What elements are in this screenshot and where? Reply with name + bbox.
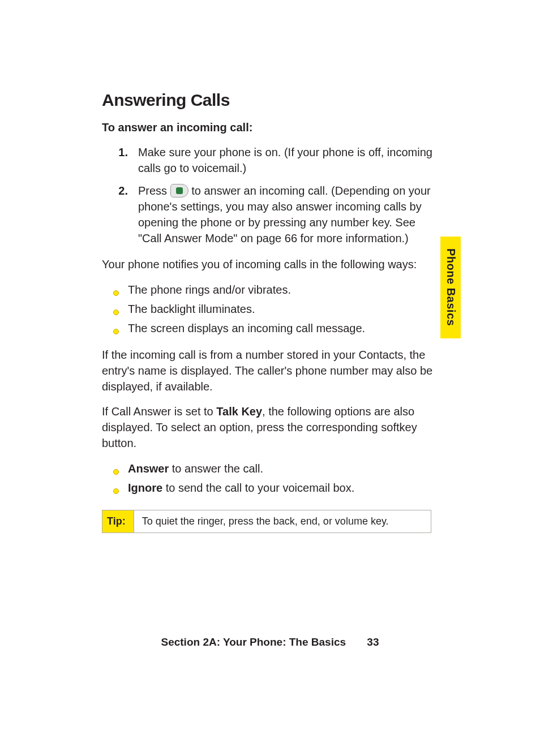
footer-section: Section 2A: Your Phone: The Basics: [161, 636, 346, 648]
step-marker: 1.: [102, 144, 128, 176]
page-heading: Answering Calls: [102, 91, 438, 110]
step-item: 2. Press to answer an incoming call. (De…: [102, 183, 438, 246]
notify-bullets: The phone rings and/or vibrates. The bac…: [102, 281, 438, 337]
side-tab: Phone Basics: [440, 237, 461, 338]
option-bold: Ignore: [128, 482, 162, 494]
bullet-text: The screen displays an incoming call mes…: [128, 320, 438, 337]
option-rest: to answer the call.: [169, 462, 263, 475]
option-rest: to send the call to your voicemail box.: [162, 482, 354, 494]
contacts-paragraph: If the incoming call is from a number st…: [102, 347, 438, 394]
footer-page-number: 33: [367, 636, 379, 648]
bullet-text: Answer to answer the call.: [128, 460, 438, 477]
list-item: Ignore to send the call to your voicemai…: [102, 479, 438, 496]
text-before: If Call Answer is set to: [102, 405, 216, 418]
option-bullets: Answer to answer the call. Ignore to sen…: [102, 460, 438, 496]
step-marker: 2.: [102, 183, 128, 246]
text-bold: Talk Key: [216, 405, 262, 418]
bullet-icon: [102, 320, 119, 337]
bullet-text: The backlight illuminates.: [128, 300, 438, 317]
side-tab-label: Phone Basics: [444, 248, 457, 326]
tip-content: To quiet the ringer, press the back, end…: [134, 510, 431, 532]
bullet-icon: [102, 460, 119, 477]
notify-intro: Your phone notifies you of incoming call…: [102, 256, 438, 272]
bullet-icon: [102, 300, 119, 317]
bullet-icon: [102, 479, 119, 496]
bullet-text: The phone rings and/or vibrates.: [128, 281, 438, 298]
instruction-subhead: To answer an incoming call:: [102, 121, 438, 134]
step-item: 1. Make sure your phone is on. (If your …: [102, 144, 438, 176]
step-prefix: Press: [138, 184, 170, 197]
step-text: Press to answer an incoming call. (Depen…: [138, 183, 438, 246]
bullet-icon: [102, 281, 119, 298]
talk-key-icon: [170, 184, 188, 197]
page-footer: Section 2A: Your Phone: The Basics 33: [0, 636, 540, 648]
list-item: The backlight illuminates.: [102, 300, 438, 317]
list-item: The screen displays an incoming call mes…: [102, 320, 438, 337]
list-item: Answer to answer the call.: [102, 460, 438, 477]
page-container: Phone Basics Answering Calls To answer a…: [0, 0, 540, 756]
option-bold: Answer: [128, 462, 169, 475]
talk-key-paragraph: If Call Answer is set to Talk Key, the f…: [102, 403, 438, 451]
list-item: The phone rings and/or vibrates.: [102, 281, 438, 298]
step-text: Make sure your phone is on. (If your pho…: [138, 144, 438, 176]
numbered-steps: 1. Make sure your phone is on. (If your …: [102, 144, 438, 246]
tip-box: Tip: To quiet the ringer, press the back…: [102, 510, 431, 533]
tip-label: Tip:: [102, 510, 134, 532]
bullet-text: Ignore to send the call to your voicemai…: [128, 479, 438, 496]
